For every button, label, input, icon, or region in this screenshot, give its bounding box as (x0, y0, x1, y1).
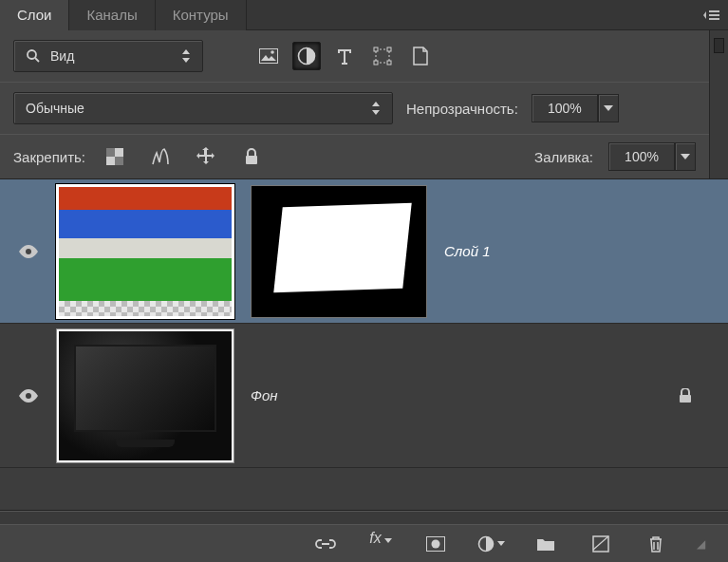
filter-row: Вид (0, 30, 709, 82)
kind-label: Вид (50, 48, 74, 64)
svg-rect-15 (115, 157, 123, 165)
filter-pixel-icon[interactable] (254, 42, 283, 70)
svg-rect-19 (680, 395, 691, 403)
panel-tabs: Слои Каналы Контуры (0, 0, 728, 30)
svg-point-6 (271, 50, 274, 54)
fill-value[interactable]: 100% (608, 142, 675, 171)
layer-list: Слой 1 Фон (0, 178, 728, 511)
svg-rect-0 (709, 10, 719, 12)
delete-layer-button[interactable] (642, 530, 670, 558)
link-layers-button[interactable] (311, 530, 340, 558)
lock-transparency-icon[interactable] (101, 142, 129, 171)
tab-channels[interactable]: Каналы (69, 0, 155, 30)
layer-kind-filter[interactable]: Вид (13, 40, 203, 72)
search-icon (26, 48, 41, 64)
updown-icon (371, 102, 381, 115)
opacity-label: Непрозрачность: (406, 101, 518, 117)
svg-rect-12 (387, 61, 391, 65)
lock-fill-row: Закрепить: Заливка: (0, 135, 709, 178)
updown-icon (181, 49, 191, 63)
blend-opacity-row: Обычные Непрозрачность: 100% (0, 83, 709, 134)
layer-row[interactable]: Слой 1 (0, 179, 728, 324)
layer-name[interactable]: Фон (251, 387, 278, 403)
layer-thumbnail[interactable] (57, 329, 233, 462)
layer-row[interactable]: Фон (0, 324, 728, 468)
eye-icon (19, 245, 38, 258)
filter-type-buttons (254, 42, 435, 70)
opacity-value[interactable]: 100% (532, 94, 598, 122)
svg-rect-11 (374, 61, 378, 65)
svg-rect-1 (709, 14, 719, 16)
svg-rect-5 (260, 49, 278, 64)
filter-shape-icon[interactable] (368, 42, 397, 70)
new-layer-button[interactable] (587, 530, 615, 558)
visibility-toggle[interactable] (19, 245, 38, 258)
filter-adjustment-icon[interactable] (292, 42, 321, 70)
panel-sidebar (709, 30, 728, 178)
svg-rect-16 (246, 156, 257, 164)
svg-line-4 (35, 58, 39, 62)
svg-point-3 (28, 50, 36, 59)
fill-label: Заливка: (534, 149, 593, 165)
filter-toggle-switch[interactable] (714, 38, 724, 53)
scroll-track[interactable] (0, 511, 728, 524)
eye-icon (19, 389, 38, 403)
tab-paths[interactable]: Контуры (156, 0, 247, 30)
svg-point-17 (26, 249, 31, 254)
add-mask-button[interactable] (421, 530, 450, 558)
lock-position-icon[interactable] (192, 142, 220, 171)
filter-type-icon[interactable] (330, 42, 359, 70)
tab-layers[interactable]: Слои (0, 0, 69, 30)
panel-menu-button[interactable] (694, 0, 728, 30)
layer-name[interactable]: Слой 1 (444, 243, 491, 259)
svg-rect-2 (709, 18, 719, 20)
layer-lock-icon[interactable] (671, 388, 700, 403)
layer-thumbnail[interactable] (57, 185, 233, 318)
svg-rect-10 (387, 47, 391, 51)
new-adjustment-button[interactable] (476, 530, 505, 558)
lock-all-icon[interactable] (237, 142, 266, 171)
lock-label: Закрепить: (13, 149, 85, 165)
filter-smartobject-icon[interactable] (406, 42, 435, 70)
blend-mode-select[interactable]: Обычные (13, 92, 393, 124)
layers-panel: Слои Каналы Контуры Вид (0, 0, 728, 562)
new-group-button[interactable] (532, 530, 560, 558)
svg-rect-14 (106, 148, 115, 157)
layers-footer: fx ◢ (0, 524, 728, 562)
blend-mode-label: Обычные (26, 101, 84, 116)
svg-rect-9 (374, 47, 378, 51)
layer-mask-thumbnail[interactable] (251, 185, 427, 318)
lock-image-icon[interactable] (146, 142, 175, 171)
fill-dropdown[interactable] (675, 142, 696, 171)
visibility-toggle[interactable] (19, 389, 38, 403)
layer-effects-button[interactable]: fx (366, 530, 395, 558)
svg-point-18 (26, 393, 31, 399)
resize-grip-icon[interactable]: ◢ (697, 537, 703, 551)
opacity-dropdown[interactable] (598, 94, 619, 122)
svg-point-21 (432, 539, 440, 548)
